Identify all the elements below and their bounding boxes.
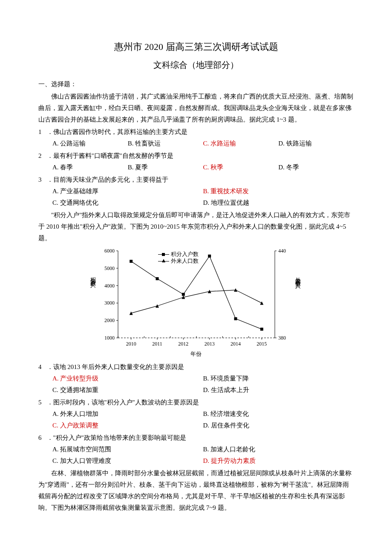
svg-rect-39 bbox=[182, 293, 185, 296]
svg-text:2000: 2000 bbox=[104, 317, 115, 323]
q4-opt-b: B. 环境质量下降 bbox=[203, 373, 354, 384]
chart-legend: 积分入户数 外来人口数 bbox=[156, 250, 201, 266]
q2-options: A. 春季 B. 夏季 C. 秋季 D. 冬季 bbox=[38, 162, 354, 173]
q4-opt-c: C. 交通拥堵加重 bbox=[52, 384, 203, 396]
svg-rect-38 bbox=[156, 277, 159, 280]
q6-opt-a: A. 拓展城市空间范围 bbox=[52, 444, 203, 455]
svg-text:2011: 2011 bbox=[152, 341, 162, 347]
legend-row-1: 积分入户数 bbox=[158, 251, 199, 258]
svg-rect-40 bbox=[208, 254, 211, 257]
q1-opt-d: D. 铁路运输 bbox=[278, 138, 354, 149]
q5-opt-c: C. 入户政策调整 bbox=[52, 420, 203, 431]
q3-opt-c: C. 交通网络优化 bbox=[52, 197, 203, 209]
q5-num: 5 bbox=[38, 397, 47, 408]
svg-rect-42 bbox=[260, 328, 263, 331]
legend-marker-square-icon bbox=[158, 254, 169, 255]
question-4: 4．该地 2013 年后外来人口数量变化的主要原因是 A. 产业转型升级 B. … bbox=[38, 361, 354, 396]
svg-rect-41 bbox=[234, 317, 237, 320]
q5-opt-a: A. 外来人口增加 bbox=[52, 408, 203, 420]
passage-3: 在林、灌植物群落中，降雨时部分水量会被林冠层截留，而通过植被冠层间隙或从枝条叶片… bbox=[38, 468, 354, 514]
legend-label-1: 积分入户数 bbox=[171, 251, 199, 258]
q4-num: 4 bbox=[38, 361, 47, 373]
q6-num: 6 bbox=[38, 432, 47, 444]
svg-text:2012: 2012 bbox=[178, 341, 188, 347]
q1-opt-a: A. 公路运输 bbox=[52, 138, 128, 149]
svg-text:440: 440 bbox=[278, 248, 286, 254]
q6-opt-d: D. 提升劳动力素质 bbox=[203, 455, 354, 467]
svg-text:380: 380 bbox=[278, 335, 286, 341]
q1-num: 1 bbox=[38, 126, 47, 138]
svg-marker-45 bbox=[182, 295, 185, 299]
svg-text:2010: 2010 bbox=[126, 341, 136, 347]
q2-opt-c: C. 秋季 bbox=[203, 162, 279, 173]
q6-options: A. 拓展城市空间范围 B. 加速人口老龄化 C. 加大人口管理难度 D. 提升… bbox=[38, 444, 354, 467]
svg-text:6000: 6000 bbox=[104, 248, 115, 254]
x-axis-label: 年份 bbox=[96, 349, 296, 359]
legend-marker-triangle-icon bbox=[158, 261, 169, 262]
y-axis-right-label: 外来人口数（万人） bbox=[293, 273, 303, 281]
q4-opt-d: D. 生活成本上升 bbox=[203, 384, 354, 396]
q3-opt-a: A. 产业基础雄厚 bbox=[52, 186, 203, 197]
q5-opt-b: B. 经济增速变化 bbox=[203, 408, 354, 420]
q2-num: 2 bbox=[38, 150, 47, 162]
y-axis-left-label: 积分入户数（人） bbox=[88, 273, 98, 280]
question-2: 2．最有利于酱料"口晒夜露"自然发酵的季节是 A. 春季 B. 夏季 C. 秋季… bbox=[38, 150, 354, 173]
question-1: 1．佛山古酱园作坊时代，其原料运输的主要方式是 A. 公路运输 B. 牲畜驮运 … bbox=[38, 126, 354, 149]
passage-1: 佛山古酱园酱油作坊盛于清朝，其广式酱油采用纯手工酿造，将来自广西的优质大豆,经浸… bbox=[38, 91, 354, 125]
legend-label-2: 外来人口数 bbox=[171, 258, 199, 265]
q6-text: ．"积分入户"政策给当地带来的主要影响最可能是 bbox=[47, 434, 186, 441]
legend-row-2: 外来人口数 bbox=[158, 258, 199, 265]
question-5: 5．图示时段内，该地"积分入户"人数波动的主要原因是 A. 外来人口增加 B. … bbox=[38, 397, 354, 431]
q1-options: A. 公路运输 B. 牲畜驮运 C. 水路运输 D. 铁路运输 bbox=[38, 138, 354, 149]
svg-text:4000: 4000 bbox=[104, 282, 115, 288]
q4-options: A. 产业转型升级 B. 环境质量下降 C. 交通拥堵加重 D. 生活成本上升 bbox=[38, 373, 354, 396]
section-heading: 一、选择题： bbox=[38, 78, 354, 90]
svg-text:1000: 1000 bbox=[104, 335, 115, 341]
q3-text: ．目前海天味业产品的多元化，主要得益于 bbox=[47, 176, 168, 183]
q5-options: A. 外来人口增加 B. 经济增速变化 C. 入户政策调整 D. 居住条件变化 bbox=[38, 408, 354, 431]
q6-opt-c: C. 加大人口管理难度 bbox=[52, 455, 203, 467]
q3-options: A. 产业基础雄厚 B. 重视技术研发 C. 交通网络优化 D. 地理位置优越 bbox=[38, 186, 354, 209]
q2-opt-d: D. 冬季 bbox=[278, 162, 354, 173]
q4-opt-a: A. 产业转型升级 bbox=[52, 373, 203, 384]
q3-opt-b: B. 重视技术研发 bbox=[203, 186, 354, 197]
svg-text:3000: 3000 bbox=[104, 300, 115, 306]
q1-opt-b: B. 牲畜驮运 bbox=[128, 138, 203, 149]
q5-text: ．图示时段内，该地"积分入户"人数波动的主要原因是 bbox=[47, 399, 199, 406]
page-subtitle: 文科综合（地理部分） bbox=[38, 57, 354, 73]
svg-text:2013: 2013 bbox=[205, 341, 215, 347]
question-6: 6．"积分入户"政策给当地带来的主要影响最可能是 A. 拓展城市空间范围 B. … bbox=[38, 432, 354, 467]
q2-text: ．最有利于酱料"口晒夜露"自然发酵的季节是 bbox=[47, 152, 173, 159]
q3-opt-d: D. 地理位置优越 bbox=[203, 197, 354, 209]
q6-opt-b: B. 加速人口老龄化 bbox=[203, 444, 354, 455]
svg-text:5000: 5000 bbox=[104, 265, 115, 271]
passage-2: "积分入户"指外来人口取得政策规定分值后即可申请落户，是迁入地促进外来人口融入的… bbox=[38, 209, 354, 244]
q4-text: ．该地 2013 年后外来人口数量变化的主要原因是 bbox=[47, 363, 184, 370]
q2-opt-b: B. 夏季 bbox=[128, 162, 203, 173]
svg-marker-48 bbox=[260, 301, 263, 305]
svg-marker-43 bbox=[130, 311, 133, 315]
svg-marker-44 bbox=[156, 304, 159, 308]
page-title: 惠州市 2020 届高三第三次调研考试试题 bbox=[38, 38, 354, 55]
svg-text:2014: 2014 bbox=[231, 341, 241, 347]
q1-opt-c: C. 水路运输 bbox=[203, 138, 279, 149]
q2-opt-a: A. 春季 bbox=[52, 162, 128, 173]
svg-rect-37 bbox=[130, 260, 133, 263]
q5-opt-d: D. 居住条件变化 bbox=[203, 420, 354, 431]
question-3: 3．目前海天味业产品的多元化，主要得益于 A. 产业基础雄厚 B. 重视技术研发… bbox=[38, 174, 354, 209]
q1-text: ．佛山古酱园作坊时代，其原料运输的主要方式是 bbox=[47, 128, 187, 135]
q3-num: 3 bbox=[38, 174, 47, 186]
chart: 积分入户数 外来人口数 积分入户数（人） 外来人口数（万人） 100020003… bbox=[96, 247, 296, 359]
svg-text:2015: 2015 bbox=[257, 341, 267, 347]
